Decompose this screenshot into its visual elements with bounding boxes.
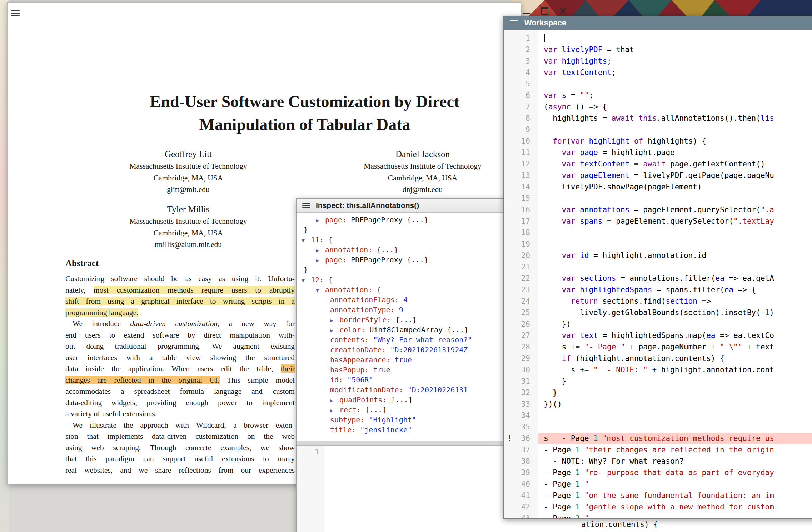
- workspace-title: Workspace: [524, 18, 566, 28]
- code-token: [580, 468, 584, 477]
- expand-arrow-icon[interactable]: ▶: [330, 325, 339, 335]
- abstract-line: Customizing software should be as easy a…: [65, 273, 295, 285]
- code-line[interactable]: 13 var pageElement = livelyPDF.getPage(p…: [504, 170, 812, 181]
- code-line[interactable]: 7(async () => {: [504, 101, 812, 113]
- code-token: text: [580, 331, 598, 340]
- code-line[interactable]: 38 - NOTE: Why? For what reason?: [504, 456, 812, 467]
- code-line[interactable]: 20 var id = highlight.annotation.id: [504, 250, 812, 261]
- line-number: 39: [504, 467, 530, 478]
- property-value: {...}: [377, 245, 398, 254]
- code-token: (: [544, 103, 548, 111]
- expand-arrow-icon[interactable]: ▶: [330, 315, 339, 325]
- collapse-arrow-icon[interactable]: ▼: [302, 275, 311, 285]
- line-number: 26: [504, 318, 530, 330]
- code-line[interactable]: 9: [504, 124, 812, 135]
- code-line[interactable]: 16 var annotations = pageElement.querySe…: [504, 204, 812, 215]
- property-value: PDFPageProxy {...}: [351, 215, 428, 224]
- code-line[interactable]: 41- Page 1 "on the same fundamental foun…: [504, 490, 812, 501]
- code-token: = pageElement.querySelector(: [629, 205, 761, 214]
- code-line[interactable]: 29 if (highlight.annotation.contents) {: [504, 353, 812, 364]
- code-token: + page.pageNumber +: [625, 343, 720, 351]
- expand-arrow-icon[interactable]: ▶: [316, 215, 325, 225]
- code-token: [576, 251, 580, 260]
- code-line[interactable]: 26 }): [504, 318, 812, 330]
- code-token: = that: [602, 45, 634, 54]
- maximize-icon[interactable]: [540, 6, 549, 15]
- code-token: "- Page ": [584, 343, 625, 351]
- code-line[interactable]: 37- Page 1 "their changes are reflected …: [504, 444, 812, 456]
- code-token: [544, 251, 562, 260]
- code-line[interactable]: 8 highlights = await this.allAnnotations…: [504, 113, 812, 124]
- code-token: [629, 137, 634, 145]
- code-token: var: [562, 274, 576, 283]
- code-line[interactable]: 23 var highlightedSpans = spans.filter(e…: [504, 284, 812, 295]
- workspace-window[interactable]: Workspace 12var livelyPDF = that3var hig…: [503, 16, 812, 519]
- inspector-menu-icon[interactable]: [302, 202, 310, 209]
- code-line[interactable]: 40- Page 1 ": [504, 478, 812, 490]
- code-line[interactable]: 11 var page = highlight.page: [504, 147, 812, 158]
- code-line[interactable]: 30 s += " - NOTE: " + highlight.annotati…: [504, 364, 812, 376]
- code-token: lis: [761, 114, 774, 123]
- code-line[interactable]: 4var textContent;: [504, 67, 812, 78]
- code-line[interactable]: 39- Page 1 "re- purpose that data as par…: [504, 467, 812, 478]
- close-icon[interactable]: ×: [558, 6, 567, 15]
- code-text: var s = "";: [544, 90, 812, 101]
- code-line[interactable]: 27 var text = highlightedSpans.map(ea =>…: [504, 330, 812, 341]
- code-line[interactable]: 31 }: [504, 376, 812, 387]
- code-line[interactable]: 36!s - Page 1 "most customization method…: [504, 433, 812, 444]
- workspace-lines: 12var livelyPDF = that3var highlights;4v…: [504, 30, 812, 518]
- line-number: 27: [504, 330, 530, 341]
- abstract-segment: data-editing widgets, providing enough p…: [65, 398, 295, 407]
- workspace-menu-icon[interactable]: [510, 19, 518, 27]
- code-line[interactable]: 18: [504, 227, 812, 238]
- code-text: var textContent;: [544, 67, 812, 78]
- code-token: (highlight.annotation.contents) {: [571, 354, 724, 363]
- abstract-segment: that this paradigm can support useful ex…: [65, 454, 295, 463]
- code-line[interactable]: 33})(): [504, 398, 812, 410]
- code-line[interactable]: 42- Page 1 "gentle slope with a new meth…: [504, 501, 812, 513]
- code-line[interactable]: 2var livelyPDF = that: [504, 44, 812, 55]
- expand-arrow-icon[interactable]: ▶: [316, 255, 325, 265]
- expand-arrow-icon[interactable]: ▶: [330, 406, 339, 416]
- code-line[interactable]: 43- Page 2 ": [504, 513, 812, 518]
- code-line[interactable]: 24 return sections.find(section =>: [504, 295, 812, 307]
- workspace-code[interactable]: 12var livelyPDF = that3var highlights;4v…: [504, 30, 812, 518]
- code-text: (async () => {: [544, 101, 812, 113]
- expand-arrow-icon[interactable]: ▶: [316, 245, 325, 255]
- code-line[interactable]: 21: [504, 261, 812, 273]
- code-line[interactable]: 35: [504, 421, 812, 433]
- minimize-icon[interactable]: [522, 6, 532, 15]
- code-token: [544, 274, 562, 283]
- property-key: id:: [330, 376, 347, 384]
- collapse-arrow-icon[interactable]: ▼: [302, 235, 311, 245]
- code-text: s += " - NOTE: " + highlight.annotation.…: [544, 364, 812, 376]
- background-code-fragment: ation.contents) {: [581, 520, 658, 529]
- code-line[interactable]: 22 var sections = annotations.filter(ea …: [504, 273, 812, 284]
- code-token: "re- purpose that data as part of everyd…: [584, 468, 774, 477]
- collapse-arrow-icon[interactable]: ▼: [316, 285, 325, 295]
- code-line[interactable]: 28 s += "- Page " + page.pageNumber + " …: [504, 341, 812, 353]
- code-line[interactable]: 6var s = "";: [504, 90, 812, 101]
- code-line[interactable]: 17 var spans = pageElement.querySelector…: [504, 215, 812, 227]
- code-line[interactable]: 14 livelyPDF.showPage(pageElement): [504, 181, 812, 193]
- expand-arrow-icon[interactable]: ▶: [330, 396, 339, 406]
- code-line[interactable]: 19: [504, 238, 812, 250]
- code-line[interactable]: 25 lively.getGlobalBounds(section).inset…: [504, 307, 812, 318]
- code-token: ;: [607, 57, 612, 65]
- workspace-titlebar[interactable]: Workspace: [504, 16, 812, 30]
- abstract-line: accommodates a spreadsheet formula langu…: [65, 386, 295, 397]
- code-text: var pageElement = livelyPDF.getPage(page…: [544, 170, 812, 181]
- abstract-segment: , a new way for: [218, 319, 295, 328]
- code-line[interactable]: 10 for(var highlight of highlights) {: [504, 135, 812, 147]
- code-line[interactable]: 34: [504, 410, 812, 421]
- code-line[interactable]: 3var highlights;: [504, 55, 812, 67]
- code-line[interactable]: 5: [504, 78, 812, 90]
- property-key: title:: [330, 426, 360, 434]
- code-line[interactable]: 32 }: [504, 387, 812, 398]
- code-line[interactable]: 1: [504, 33, 812, 44]
- code-line[interactable]: 15: [504, 193, 812, 204]
- pdf-menu-icon[interactable]: [11, 9, 20, 18]
- code-line[interactable]: 12 var textContent = await page.getTextC…: [504, 158, 812, 170]
- code-token: - Page: [544, 446, 576, 454]
- code-token: var: [562, 285, 576, 294]
